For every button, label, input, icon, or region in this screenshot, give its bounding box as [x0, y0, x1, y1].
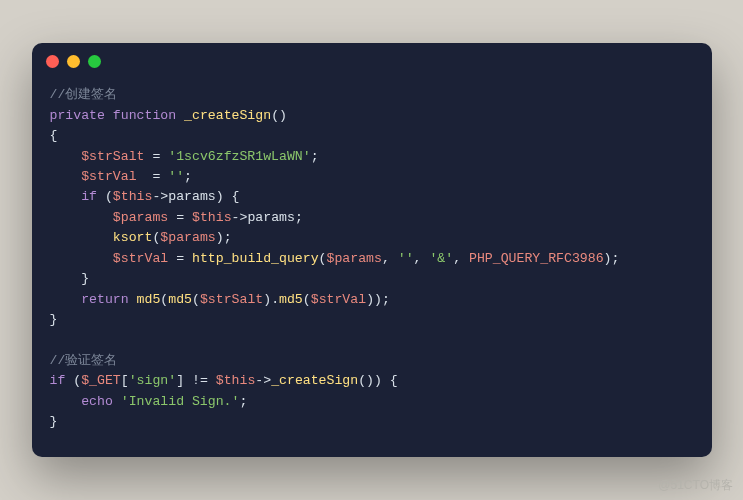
variable: $strVal — [311, 292, 366, 307]
property: params — [168, 189, 215, 204]
comment: //创建签名 — [50, 87, 118, 102]
variable: $params — [113, 210, 168, 225]
string: 'sign' — [129, 373, 176, 388]
minimize-icon[interactable] — [67, 55, 80, 68]
variable: $params — [160, 230, 215, 245]
variable: $this — [113, 189, 153, 204]
property: params — [247, 210, 294, 225]
constant: PHP_QUERY_RFC3986 — [469, 251, 604, 266]
variable: $strSalt — [200, 292, 263, 307]
keyword: echo — [81, 394, 113, 409]
close-icon[interactable] — [46, 55, 59, 68]
variable: $strVal — [113, 251, 168, 266]
function-call: _createSign — [271, 373, 358, 388]
titlebar — [32, 43, 712, 79]
string: '&' — [429, 251, 453, 266]
keyword: if — [50, 373, 66, 388]
code-window: //创建签名 private function _createSign() { … — [32, 43, 712, 457]
string: 'Invalid Sign.' — [121, 394, 240, 409]
comment: //验证签名 — [50, 353, 118, 368]
function-call: md5 — [279, 292, 303, 307]
keyword: private — [50, 108, 105, 123]
function-call: http_build_query — [192, 251, 319, 266]
keyword: if — [81, 189, 97, 204]
keyword: return — [81, 292, 128, 307]
string: '' — [168, 169, 184, 184]
variable: $strSalt — [81, 149, 144, 164]
keyword: function — [113, 108, 176, 123]
variable: $this — [192, 210, 232, 225]
variable: $strVal — [81, 169, 136, 184]
variable: $_GET — [81, 373, 121, 388]
function-call: md5 — [137, 292, 161, 307]
function-name: _createSign — [184, 108, 271, 123]
variable: $params — [327, 251, 382, 266]
string: '' — [398, 251, 414, 266]
watermark: @51CTO博客 — [658, 477, 733, 494]
string: '1scv6zfzSR1wLaWN' — [168, 149, 310, 164]
function-call: md5 — [168, 292, 192, 307]
variable: $this — [216, 373, 256, 388]
code-block: //创建签名 private function _createSign() { … — [32, 79, 712, 457]
maximize-icon[interactable] — [88, 55, 101, 68]
function-call: ksort — [113, 230, 153, 245]
